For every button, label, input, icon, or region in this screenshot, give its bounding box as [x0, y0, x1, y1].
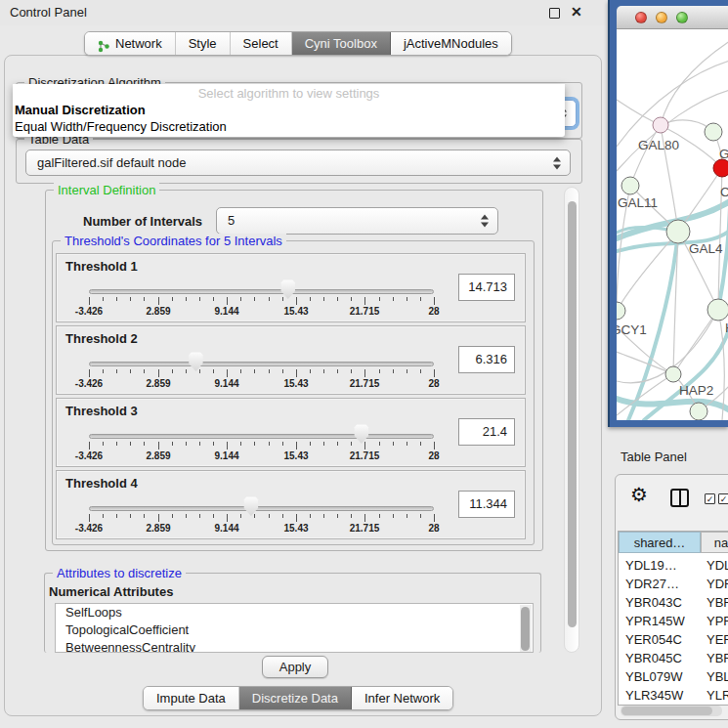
- list-item-topologicalcoefficient[interactable]: TopologicalCoefficient: [56, 621, 533, 639]
- close-icon[interactable]: ✕: [571, 4, 582, 20]
- top-tabbar: Network Style Select Cyni Toolbox jActiv…: [84, 31, 512, 56]
- threshold-3-box: Threshold 3 -3.426 2.859 9.144 15.43 21.…: [56, 398, 526, 467]
- panel-scrollbar-thumb[interactable]: [568, 201, 577, 627]
- threshold-3-slider-track[interactable]: [89, 434, 434, 439]
- network-window-titlebar: [617, 6, 728, 29]
- table-horizontal-scrollbar[interactable]: [621, 706, 722, 716]
- tab-discretize-data[interactable]: Discretize Data: [239, 687, 352, 709]
- number-of-intervals-combo[interactable]: 5: [216, 207, 498, 235]
- column-layout-icon[interactable]: [670, 489, 689, 507]
- table-row[interactable]: YBR043CYBR043C: [619, 593, 728, 612]
- minimize-traffic-light-icon[interactable]: [656, 12, 667, 23]
- threshold-3-value-field[interactable]: 21.4: [458, 418, 515, 446]
- tick-label: -3.426: [75, 450, 103, 461]
- network-node-bottom[interactable]: [690, 403, 707, 420]
- table-row[interactable]: YBL079WYBL079W: [619, 667, 728, 686]
- panel-title: Control Panel: [10, 5, 87, 20]
- cell[interactable]: YDL19…: [625, 556, 677, 575]
- threshold-1-value-field[interactable]: 14.713: [458, 274, 515, 301]
- tab-select[interactable]: Select: [231, 32, 292, 55]
- threshold-2-slider-thumb[interactable]: [187, 352, 204, 371]
- network-node-ga[interactable]: [705, 123, 722, 141]
- threshold-4-slider-thumb[interactable]: [242, 496, 260, 516]
- threshold-2-slider-track[interactable]: [89, 362, 434, 366]
- network-node-gcy1[interactable]: [617, 302, 625, 320]
- apply-button[interactable]: Apply: [262, 656, 328, 678]
- list-scrollbar[interactable]: [520, 605, 532, 653]
- close-traffic-light-icon[interactable]: [635, 12, 647, 23]
- table-data-combo-value: galFiltered.sif default node: [37, 150, 186, 175]
- gear-icon[interactable]: ⚙: [630, 485, 648, 504]
- tab-style-label: Style: [189, 32, 217, 55]
- column-header-name[interactable]: name: [701, 532, 728, 553]
- network-node-gal80[interactable]: [653, 117, 668, 133]
- network-view-window[interactable]: GAL80 GA GAL11 GAL4 GCY1 H HAP2 C: [608, 0, 728, 427]
- cell[interactable]: YDR27…: [707, 575, 728, 593]
- threshold-1-slider-track[interactable]: [89, 289, 434, 294]
- network-node-gal4[interactable]: [666, 220, 690, 243]
- popup-item-manual-discretization[interactable]: Manual Discretization: [13, 102, 565, 118]
- tick-label: 2.859: [146, 523, 170, 534]
- list-item-betweennesscentrality[interactable]: BetweennessCentrality: [56, 639, 533, 653]
- cell[interactable]: YER054C: [707, 630, 728, 649]
- table-row[interactable]: YBR045CYBR045C: [619, 649, 728, 667]
- threshold-1-label: Threshold 1: [65, 259, 138, 274]
- cell[interactable]: YBR043C: [625, 593, 682, 612]
- threshold-4-slider-track[interactable]: [89, 506, 434, 511]
- select-none-checkbox-icon[interactable]: ✓: [718, 493, 728, 504]
- table-panel-title: Table Panel: [621, 450, 687, 464]
- network-node-hap2[interactable]: [665, 366, 681, 382]
- threshold-3-slider-thumb[interactable]: [353, 424, 370, 444]
- slider-ticks: [89, 442, 434, 450]
- zoom-traffic-light-icon[interactable]: [676, 12, 688, 23]
- cell[interactable]: YDR27…: [625, 575, 679, 593]
- tab-infer-network[interactable]: Infer Network: [352, 687, 452, 709]
- tab-style[interactable]: Style: [176, 32, 231, 55]
- slider-ticks: [89, 369, 434, 378]
- tick-label: 15.43: [283, 306, 308, 317]
- network-canvas[interactable]: GAL80 GA GAL11 GAL4 GCY1 H HAP2 C: [617, 29, 728, 420]
- cell[interactable]: YER054C: [625, 630, 682, 649]
- threshold-1-slider-thumb[interactable]: [279, 279, 297, 299]
- numerical-attributes-label: Numerical Attributes: [49, 584, 173, 599]
- column-header-shared-name[interactable]: shared…: [619, 532, 701, 553]
- cell[interactable]: YDL19…: [707, 556, 728, 575]
- table-data-combo[interactable]: galFiltered.sif default node: [25, 150, 571, 176]
- tab-jactivemnodules[interactable]: jActiveMNodules: [391, 32, 511, 55]
- node-label-hap2: HAP2: [679, 383, 713, 398]
- panel-scrollbar[interactable]: [564, 187, 579, 653]
- cell[interactable]: YBR045C: [625, 649, 682, 667]
- cell[interactable]: YLR345W: [707, 686, 728, 705]
- table-row[interactable]: YER054CYER054C: [619, 630, 728, 649]
- tab-cyni-toolbox[interactable]: Cyni Toolbox: [292, 32, 391, 55]
- cell[interactable]: YPR145W: [707, 612, 728, 630]
- cell[interactable]: YLR345W: [625, 686, 683, 705]
- threshold-4-value-field[interactable]: 11.344: [458, 491, 515, 518]
- tab-network[interactable]: Network: [85, 32, 176, 55]
- threshold-2-value-field[interactable]: 6.316: [458, 346, 515, 373]
- network-node-h[interactable]: [707, 299, 728, 321]
- table-row[interactable]: YDR27…YDR27…: [619, 575, 728, 593]
- cell[interactable]: YBL079W: [707, 667, 728, 686]
- float-window-icon[interactable]: [549, 8, 560, 19]
- node-label-gcy1: GCY1: [617, 322, 647, 337]
- list-scrollbar-thumb[interactable]: [521, 607, 530, 651]
- list-item-selfloops[interactable]: SelfLoops: [56, 604, 533, 621]
- tick-label: 15.43: [283, 523, 308, 534]
- tick-label: 28: [428, 450, 439, 461]
- cell[interactable]: YBL079W: [625, 667, 683, 686]
- cell[interactable]: YBR043C: [707, 593, 728, 612]
- table-row[interactable]: YLR345WYLR345W: [619, 686, 728, 705]
- network-node-selected-red[interactable]: [713, 159, 728, 177]
- cell[interactable]: YBR045C: [707, 649, 728, 667]
- table-row[interactable]: YPR145WYPR145W: [619, 612, 728, 630]
- cell[interactable]: YPR145W: [625, 612, 685, 630]
- table-row[interactable]: YDL19…YDL19…: [619, 556, 728, 575]
- popup-item-equal-width-frequency[interactable]: Equal Width/Frequency Discretization: [13, 118, 565, 135]
- select-all-checkbox-icon[interactable]: ✓: [705, 493, 715, 504]
- tick-label: 9.144: [214, 378, 238, 389]
- tab-impute-data[interactable]: Impute Data: [144, 687, 239, 709]
- table-horizontal-scrollbar-thumb[interactable]: [621, 707, 712, 715]
- network-node-gal11[interactable]: [621, 177, 639, 194]
- threshold-3-label: Threshold 3: [65, 404, 138, 418]
